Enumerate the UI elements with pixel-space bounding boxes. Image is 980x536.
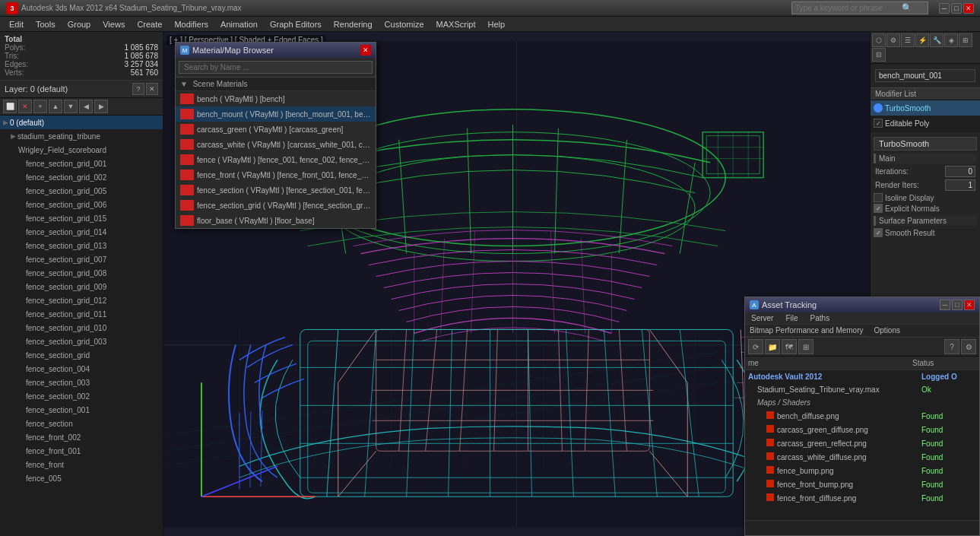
layer-item[interactable]: fence_section_002 — [0, 389, 163, 403]
maximize-button[interactable]: □ — [951, 3, 962, 14]
asset-row[interactable]: fence_front_diffuse.pngFound — [745, 491, 979, 505]
rt-btn-1[interactable]: ⬡ — [872, 33, 886, 47]
layer-item[interactable]: fence_section_grid_005 — [0, 184, 163, 198]
layer-question-button[interactable]: ? — [132, 83, 144, 95]
layer-item[interactable]: ▶stadium_seating_tribune — [0, 129, 163, 143]
at-maximize-button[interactable]: □ — [952, 300, 963, 310]
close-button[interactable]: ✕ — [963, 3, 974, 14]
at-tool-help[interactable]: ? — [944, 339, 959, 354]
modifier-editablepoly[interactable]: ✓ Editable Poly — [871, 116, 980, 131]
asset-row[interactable]: Stadium_Seating_Tribune_vray.maxOk — [745, 383, 979, 396]
mat-search-input[interactable] — [179, 61, 373, 74]
layer-item[interactable]: fence_section_grid_003 — [0, 335, 163, 348]
layer-item[interactable]: fence_front — [0, 458, 163, 471]
menu-item-rendering[interactable]: Rendering — [328, 18, 379, 30]
explicit-normals-checkbox[interactable]: ✓ — [874, 204, 883, 213]
layer-item[interactable]: ▶0 (default) — [0, 116, 163, 129]
layer-item[interactable]: Wrigley_Field_scoreboard — [0, 143, 163, 157]
layer-item[interactable]: fence_section_grid_001 — [0, 157, 163, 170]
layer-list[interactable]: ▶0 (default)▶stadium_seating_tribuneWrig… — [0, 116, 163, 536]
layer-item[interactable]: fence_section_grid — [0, 348, 163, 362]
layer-tool-arrow-right[interactable]: ▶ — [94, 100, 108, 113]
layer-tool-x[interactable]: ✕ — [18, 100, 32, 113]
material-item[interactable]: floor_base ( VRayMtl ) [floor_base] — [176, 213, 376, 228]
rt-btn-4[interactable]: ⚡ — [915, 33, 929, 47]
search-input[interactable] — [795, 4, 902, 12]
layer-item[interactable]: fence_section_grid_002 — [0, 170, 163, 184]
rt-btn-3[interactable]: ☰ — [901, 33, 915, 47]
material-item[interactable]: fence ( VRayMtl ) [fence_001, fence_002,… — [176, 152, 376, 167]
menu-item-tools[interactable]: Tools — [30, 18, 62, 30]
layer-item[interactable]: fence_section — [0, 417, 163, 430]
layer-item[interactable]: fence_section_grid_014 — [0, 225, 163, 239]
modifier-turbsmooth[interactable]: TurboSmooth — [871, 100, 980, 116]
asset-row[interactable]: Autodesk Vault 2012Logged O — [745, 370, 979, 383]
layer-item[interactable]: fence_section_004 — [0, 362, 163, 376]
asset-row[interactable]: fence_bump.pngFound — [745, 464, 979, 477]
menu-item-group[interactable]: Group — [62, 18, 97, 30]
layer-item[interactable]: fence_front_002 — [0, 430, 163, 444]
layer-item[interactable]: fence_section_grid_011 — [0, 307, 163, 321]
layer-tool-add[interactable]: + — [33, 100, 47, 113]
iterations-input[interactable] — [945, 166, 975, 177]
rt-btn-7[interactable]: ⊞ — [959, 33, 972, 47]
layer-close-button[interactable]: ✕ — [146, 83, 158, 95]
material-item[interactable]: fence_section ( VRayMtl ) [fence_section… — [176, 182, 376, 198]
menu-item-create[interactable]: Create — [131, 18, 168, 30]
at-tool-map[interactable]: 🗺 — [782, 339, 797, 354]
at-tool-grid[interactable]: ⊞ — [798, 339, 813, 354]
material-item[interactable]: carcass_green ( VRayMtl ) [carcass_green… — [176, 122, 376, 137]
layer-tool-arrow-up[interactable]: ▲ — [49, 100, 62, 113]
menu-item-edit[interactable]: Edit — [3, 18, 30, 30]
at-tool-settings[interactable]: ⚙ — [961, 339, 976, 354]
modifier-name-field[interactable]: bench_mount_001 — [875, 69, 975, 82]
layer-item[interactable]: fence_section_grid_009 — [0, 280, 163, 293]
material-item[interactable]: bench_mount ( VRayMtl ) [bench_mount_001… — [176, 106, 376, 122]
layer-item[interactable]: fence_section_grid_008 — [0, 266, 163, 280]
layer-item[interactable]: fence_section_grid_006 — [0, 198, 163, 211]
material-list[interactable]: bench ( VRayMtl ) [bench]bench_mount ( V… — [176, 91, 376, 228]
at-menu-file[interactable]: File — [779, 312, 804, 324]
at-bitmap-perf-menu[interactable]: Bitmap Performance and Memory — [745, 325, 868, 337]
menu-item-modifiers[interactable]: Modifiers — [168, 18, 214, 30]
material-item[interactable]: carcass_white ( VRayMtl ) [carcass_white… — [176, 137, 376, 152]
at-menu-paths[interactable]: Paths — [804, 312, 836, 324]
rt-btn-8[interactable]: ⊟ — [872, 48, 886, 62]
render-iters-input[interactable] — [945, 179, 975, 191]
asset-row[interactable]: fence_front_bump.pngFound — [745, 477, 979, 491]
material-item[interactable]: fence_section_grid ( VRayMtl ) [fence_se… — [176, 198, 376, 213]
layer-item[interactable]: fence_section_grid_007 — [0, 252, 163, 266]
asset-row[interactable]: carcass_green_diffuse.pngFound — [745, 423, 979, 436]
at-close-button[interactable]: ✕ — [964, 300, 975, 310]
asset-row[interactable]: Maps / Shaders — [745, 396, 979, 409]
at-minimize-button[interactable]: ─ — [940, 300, 950, 310]
rt-btn-2[interactable]: ⚙ — [886, 33, 900, 47]
at-tool-folder[interactable]: 📁 — [765, 339, 780, 354]
asset-row[interactable]: bench_diffuse.pngFound — [745, 409, 979, 423]
menu-item-views[interactable]: Views — [97, 18, 131, 30]
layer-item[interactable]: fence_section_grid_013 — [0, 239, 163, 252]
material-item[interactable]: bench ( VRayMtl ) [bench] — [176, 91, 376, 106]
material-item[interactable]: fence_front ( VRayMtl ) [fence_front_001… — [176, 167, 376, 182]
asset-row[interactable]: carcass_white_diffuse.pngFound — [745, 450, 979, 464]
layer-item[interactable]: fence_front_001 — [0, 444, 163, 458]
menu-item-animation[interactable]: Animation — [214, 18, 264, 30]
menu-item-graph-editors[interactable]: Graph Editors — [264, 18, 328, 30]
layer-tool-arrow-down[interactable]: ▼ — [64, 100, 78, 113]
menu-item-customize[interactable]: Customize — [379, 18, 430, 30]
smooth-result-checkbox[interactable]: ✓ — [874, 228, 883, 237]
rt-btn-6[interactable]: ◈ — [944, 33, 958, 47]
mat-browser-close-button[interactable]: ✕ — [360, 45, 371, 56]
layer-item[interactable]: fence_section_grid_012 — [0, 293, 163, 307]
asset-table[interactable]: me Status Autodesk Vault 2012Logged OSta… — [745, 357, 979, 520]
search-box[interactable]: 🔍 — [791, 2, 928, 14]
menu-item-help[interactable]: Help — [482, 18, 512, 30]
layer-item[interactable]: fence_005 — [0, 471, 163, 485]
layer-item[interactable]: fence_section_grid_015 — [0, 211, 163, 225]
at-tool-refresh[interactable]: ⟳ — [748, 339, 763, 354]
layer-item[interactable]: fence_section_003 — [0, 376, 163, 389]
at-menu-server[interactable]: Server — [745, 312, 779, 324]
layer-tool-1[interactable]: ⬜ — [3, 100, 17, 113]
menu-item-maxscript[interactable]: MAXScript — [430, 18, 482, 30]
layer-tool-arrow-left[interactable]: ◀ — [79, 100, 93, 113]
